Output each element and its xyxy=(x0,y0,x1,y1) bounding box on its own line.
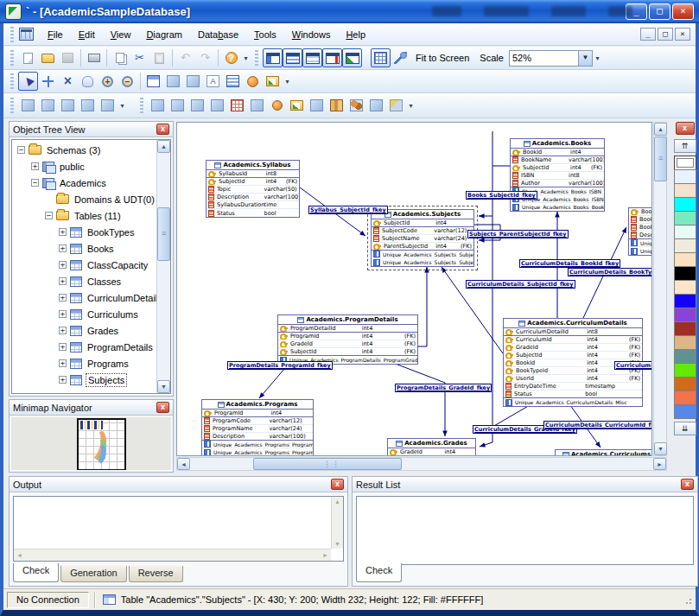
help-button[interactable] xyxy=(221,48,241,67)
er-index-row[interactable]: Uniqu xyxy=(629,247,652,255)
fkey-label-curriculumdetails_userid_fkey[interactable]: CurriculumDetails_UserId_fkey xyxy=(614,361,652,370)
er-index-row[interactable]: Unique_Academics_Books_BookName xyxy=(511,203,604,211)
er-column-row[interactable]: SyllabusIdint8 xyxy=(207,170,299,178)
resize-grip[interactable] xyxy=(682,594,692,605)
er-column-row[interactable]: SubjectNamevarchar(24) xyxy=(372,235,473,243)
er-column-row[interactable]: ProgramIdint4(FK) xyxy=(278,333,417,340)
er-column-row[interactable]: CurriculumIdint4(FK) xyxy=(504,336,642,344)
zoom-in-button[interactable] xyxy=(98,72,118,91)
scroll-up-icon[interactable]: ▲ xyxy=(654,123,667,136)
menu-windows[interactable]: Windows xyxy=(284,27,339,42)
er-index-row[interactable]: Unique_Academics_CurriculumDetails_Misc xyxy=(504,398,642,406)
er-index-row[interactable]: Uniqu xyxy=(629,239,652,247)
minus-expander-icon[interactable]: − xyxy=(31,179,39,187)
copy-structure-button[interactable] xyxy=(183,72,203,91)
copy-button[interactable] xyxy=(110,48,130,67)
scroll-right-icon[interactable]: ► xyxy=(653,458,666,470)
tab-check[interactable]: Check xyxy=(13,563,59,582)
mdi-close-button[interactable]: × xyxy=(675,28,690,41)
fkey-label-curriculumdetails_subjectid_fkey[interactable]: CurriculumDetails_SubjectId_fkey xyxy=(466,280,575,289)
result-list-area[interactable] xyxy=(356,496,694,565)
color-swatch-12[interactable] xyxy=(674,335,696,350)
fkey-label-curriculumdetails_bookid_fkey[interactable]: CurriculumDetails_BookId_fkey xyxy=(519,259,620,268)
move-button[interactable] xyxy=(38,72,58,91)
er-column-row[interactable]: ProgramCodevarchar(12) xyxy=(202,417,313,425)
tree-item-curriculums[interactable]: +Curriculums xyxy=(12,306,156,322)
er-column-row[interactable]: EntryDateTimetimestamp xyxy=(504,383,642,391)
color-swatch-0[interactable] xyxy=(674,169,696,184)
scroll-down-icon[interactable]: ▼ xyxy=(157,380,170,393)
er-column-row[interactable]: UserIdint4(FK) xyxy=(504,375,642,383)
palette-scroll-down-icon[interactable]: ⇊ xyxy=(674,422,696,435)
er-column-row[interactable]: GradeIdint4(FK) xyxy=(278,340,417,348)
grid-d-button[interactable] xyxy=(227,96,247,115)
fkey-label-programdetails_gradeid_fkey[interactable]: ProgramDetails_GradeId_fkey xyxy=(395,384,492,392)
cut-button[interactable] xyxy=(130,48,149,67)
plus-expander-icon[interactable]: + xyxy=(59,261,67,269)
er-column-row[interactable]: SubjectIdint4 xyxy=(372,219,473,227)
delete-button[interactable] xyxy=(58,72,78,91)
er-column-row[interactable]: SubjectIdint4(FK) xyxy=(278,348,417,356)
scroll-left-icon[interactable]: ◄ xyxy=(177,458,190,470)
tree-item-grades[interactable]: +Grades xyxy=(12,322,156,339)
pointer-button[interactable] xyxy=(366,96,386,115)
tree-item-domains-udt-0-[interactable]: +Domains & UDT(0) xyxy=(12,191,156,207)
menu-database[interactable]: Database xyxy=(190,27,246,42)
canvas-horizontal-scrollbar[interactable]: ◄ ► xyxy=(176,457,667,471)
palette-close-icon[interactable]: x xyxy=(676,122,695,135)
select-button[interactable] xyxy=(18,72,38,91)
menu-edit[interactable]: Edit xyxy=(71,27,103,42)
er-column-row[interactable]: BookT xyxy=(629,208,652,216)
color-swatch-8[interactable] xyxy=(674,280,696,295)
menu-tools[interactable]: Tools xyxy=(246,27,284,42)
color-swatch-11[interactable] xyxy=(674,321,696,336)
books-button[interactable] xyxy=(327,96,346,115)
er-column-row[interactable]: ISBNint8 xyxy=(511,172,604,180)
er-column-row[interactable]: SubjectIdint4(FK) xyxy=(511,164,604,172)
plus-expander-icon[interactable]: + xyxy=(59,376,67,384)
close-button[interactable]: × xyxy=(672,3,694,20)
palette-scroll-up-icon[interactable]: ⇈ xyxy=(674,139,696,153)
scrollbar-thumb[interactable] xyxy=(654,137,667,181)
keys-button[interactable] xyxy=(386,96,406,115)
grid-b-button[interactable] xyxy=(207,96,227,115)
er-table-header[interactable]: Academics.Grades xyxy=(388,439,475,448)
output-close-icon[interactable]: x xyxy=(331,479,344,490)
er-column-row[interactable]: CurriculumDetailIdint8 xyxy=(504,328,642,336)
color-swatch-2[interactable] xyxy=(674,197,696,212)
fkey-label-programdetails_programid_fkey[interactable]: ProgramDetails_ProgramId_fkey xyxy=(227,361,333,370)
canvas-vertical-scrollbar[interactable]: ▲ ▼ xyxy=(653,122,667,456)
new-button[interactable] xyxy=(18,48,38,67)
folder-b-button[interactable] xyxy=(287,96,307,115)
view-list-button[interactable] xyxy=(302,48,322,67)
er-table-header[interactable]: Academics.Syllabus xyxy=(207,161,299,170)
er-table-academics-curriculums[interactable]: Academics.Curriculums xyxy=(555,449,652,456)
tree-item-programdetails[interactable]: +ProgramDetails xyxy=(12,339,156,355)
rows-button[interactable] xyxy=(223,72,243,91)
plus-expander-icon[interactable]: + xyxy=(59,310,67,318)
toolbar-more-icon[interactable]: ▾ xyxy=(406,102,416,110)
er-index-row[interactable]: Unique_Academics_Programs_ProgramCode xyxy=(202,441,313,448)
plus-expander-icon[interactable]: + xyxy=(59,359,67,367)
tree-item-academics[interactable]: −Academics xyxy=(12,175,156,191)
grid-a-button[interactable] xyxy=(187,96,207,115)
er-column-row[interactable]: GradeIdint4 xyxy=(388,448,475,456)
plus-expander-icon[interactable]: + xyxy=(59,228,67,236)
plus-expander-icon[interactable]: + xyxy=(59,327,67,334)
output-vertical-scrollbar[interactable]: ▲▼ xyxy=(331,497,343,549)
toolbar-more-icon[interactable]: ▾ xyxy=(241,54,251,62)
pin-button[interactable] xyxy=(391,48,410,67)
color-swatch-13[interactable] xyxy=(674,349,696,364)
fkey-label-curriculumdetails_curriculumid_fkey[interactable]: CurriculumDetails_CurriculumId_fkey xyxy=(543,421,652,429)
er-table-header[interactable]: Academics.Curriculums xyxy=(556,450,652,456)
fkey-label-syllabus_subjectid_fkey[interactable]: Syllabus_SubjectId_fkey xyxy=(308,206,388,214)
print-button[interactable] xyxy=(84,48,104,67)
er-column-row[interactable]: ProgramNamevarchar(24) xyxy=(202,425,313,433)
er-index-row[interactable]: Unique_Academics_Programs_ProgramName xyxy=(202,448,313,456)
tab-reverse[interactable]: Reverse xyxy=(129,566,183,582)
er-column-row[interactable]: SubjectCodevarchar(12) xyxy=(372,227,473,235)
note-button[interactable] xyxy=(203,72,223,91)
er-table-academics-programs[interactable]: Academics.ProgramsProgramIdint4ProgramCo… xyxy=(201,399,314,456)
er-column-row[interactable]: ProgramDetailIdint4 xyxy=(278,325,417,333)
menu-view[interactable]: View xyxy=(103,27,139,42)
